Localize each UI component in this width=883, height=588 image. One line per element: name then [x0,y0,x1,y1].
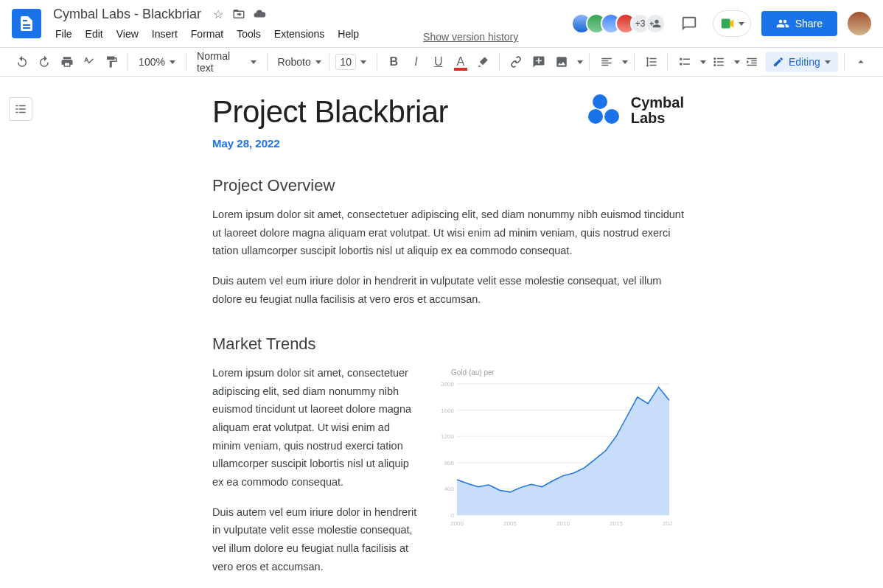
bold-icon[interactable]: B [383,51,404,73]
menu-format[interactable]: Format [186,25,228,43]
font-size-input[interactable] [335,54,356,70]
spellcheck-icon[interactable] [79,51,100,73]
bulleted-list-icon [708,51,730,73]
chart-plot: 040080012001600200020002005201020152020 [436,381,672,528]
meet-icon [719,15,736,32]
underline-icon[interactable]: U [428,51,449,73]
svg-text:2000: 2000 [441,381,454,388]
outline-toggle-icon[interactable] [9,97,32,121]
font-value: Roboto [278,56,311,68]
font-size-field[interactable] [335,51,371,73]
document-page[interactable]: Project Blackbriar May 28, 2022 Cymbal L… [212,94,684,587]
svg-text:2000: 2000 [450,520,464,527]
people-icon [776,17,789,30]
image-icon [551,51,573,73]
line-spacing-icon[interactable] [641,51,661,73]
paint-format-icon[interactable] [101,51,122,73]
italic-icon[interactable]: I [405,51,426,73]
toolbar: 100% Normal text Roboto B I U A Editing [0,47,883,77]
redo-icon[interactable] [34,51,55,73]
svg-text:1600: 1600 [441,407,454,414]
menu-file[interactable]: File [50,25,77,43]
chart-title: Gold (au) per [451,368,684,377]
mode-label: Editing [789,56,820,68]
chevron-down-icon[interactable] [356,51,371,73]
chevron-down-icon [170,60,175,64]
chevron-down-icon [577,60,583,64]
menu-help[interactable]: Help [332,25,364,43]
decrease-indent-icon[interactable] [741,51,762,73]
align-left-icon [596,51,618,73]
chevron-down-icon [739,22,744,26]
add-person-icon[interactable] [645,13,666,34]
section-heading: Market Trends [212,335,684,354]
chevron-down-icon [825,60,831,64]
pencil-icon [772,56,784,68]
doc-title-input[interactable]: Cymbal Labs - Blackbriar [50,5,204,24]
docs-app-icon[interactable] [12,9,41,38]
svg-text:2015: 2015 [610,520,623,527]
share-button[interactable]: Share [761,11,837,36]
doc-date: May 28, 2022 [212,137,448,150]
brand-line2: Labs [631,111,684,126]
comments-icon[interactable] [676,10,702,37]
cloud-status-icon[interactable] [253,7,266,21]
zoom-dropdown[interactable]: 100% [134,53,180,71]
svg-point-2 [713,64,716,66]
chevron-down-icon [315,60,321,64]
collapse-toolbar-icon[interactable] [851,51,871,73]
font-dropdown[interactable]: Roboto [273,53,324,71]
svg-point-0 [713,57,716,60]
undo-icon[interactable] [12,51,32,73]
page-title: Project Blackbriar [212,94,448,130]
style-value: Normal text [197,50,246,74]
bulleted-list-dropdown[interactable] [708,51,740,73]
chevron-down-icon [622,60,628,64]
svg-text:400: 400 [444,486,455,493]
insert-image-dropdown[interactable] [551,51,583,73]
checklist-dropdown[interactable] [674,51,706,73]
svg-text:800: 800 [444,460,455,466]
checklist-icon [674,51,696,73]
highlight-icon[interactable] [472,51,493,73]
svg-text:1200: 1200 [441,433,454,440]
chevron-down-icon [700,60,706,64]
text-color-icon[interactable]: A [450,51,471,73]
brand-mark-icon [588,94,621,127]
chevron-down-icon [251,60,256,64]
section-heading: Project Overview [212,176,684,195]
svg-text:2010: 2010 [556,520,570,527]
insert-link-icon[interactable] [506,51,526,73]
move-icon[interactable] [232,7,245,21]
brand-logo: Cymbal Labs [588,94,684,127]
paragraph: Duis autem vel eum iriure dolor in hendr… [212,272,684,308]
share-label: Share [795,18,823,29]
menubar: File Edit View Insert Format Tools Exten… [50,25,364,43]
chart: Gold (au) per 04008001200160020002000200… [436,368,684,531]
svg-text:2005: 2005 [503,520,517,527]
align-dropdown[interactable] [596,51,628,73]
paragraph: Lorem ipsum dolor sit amet, consectetuer… [212,364,419,491]
chevron-down-icon [734,60,740,64]
account-avatar[interactable] [848,12,871,35]
menu-tools[interactable]: Tools [231,25,266,43]
paragraph: Lorem ipsum dolor sit amet, consectetuer… [212,206,684,260]
paragraph: Duis autem vel eum iriure dolor in hendr… [212,503,419,576]
menu-view[interactable]: View [111,25,144,43]
paragraph-style-dropdown[interactable]: Normal text [192,47,261,77]
meet-button[interactable] [713,10,751,37]
menu-insert[interactable]: Insert [147,25,183,43]
svg-text:2020: 2020 [663,520,672,527]
svg-text:0: 0 [451,512,455,519]
star-icon[interactable]: ☆ [212,7,225,21]
brand-line1: Cymbal [631,95,684,111]
menu-extensions[interactable]: Extensions [269,25,329,43]
zoom-value: 100% [139,56,165,68]
menu-edit[interactable]: Edit [80,25,108,43]
insert-comment-icon[interactable] [528,51,548,73]
editing-mode-dropdown[interactable]: Editing [765,52,838,72]
version-history-link[interactable]: Show version history [423,31,518,47]
collaborator-avatars[interactable]: +3 [571,13,666,34]
svg-point-1 [713,61,716,63]
print-icon[interactable] [56,51,77,73]
